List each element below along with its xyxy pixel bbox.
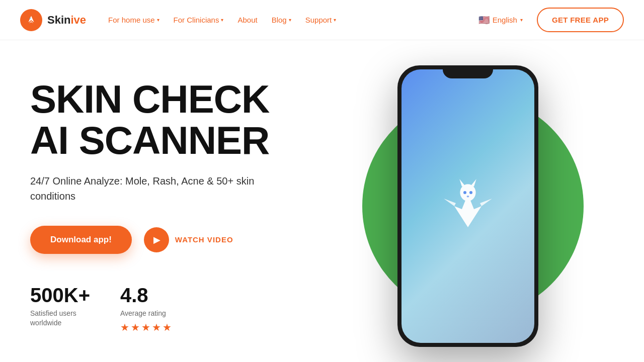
chevron-down-icon: ▾ bbox=[520, 17, 523, 23]
phone-outer bbox=[397, 65, 538, 347]
nav-item-support[interactable]: Support ▾ bbox=[299, 12, 343, 28]
stat-users-number: 500K+ bbox=[30, 284, 90, 307]
star-2: ★ bbox=[131, 321, 140, 333]
nav-item-clinicians[interactable]: For Clinicians ▾ bbox=[168, 12, 230, 28]
play-button[interactable]: ▶ bbox=[144, 227, 169, 252]
chevron-down-icon: ▾ bbox=[221, 17, 223, 23]
download-app-button[interactable]: Download app! bbox=[30, 226, 132, 254]
stat-rating: 4.8 Average rating ★ ★ ★ ★ ★ bbox=[120, 284, 172, 334]
flag-icon: 🇺🇸 bbox=[478, 15, 490, 26]
star-5-half: ★ bbox=[163, 321, 172, 333]
hero-heading: SKIN CHECK AI SCANNER bbox=[30, 79, 322, 161]
star-rating: ★ ★ ★ ★ ★ bbox=[120, 321, 172, 333]
navbar: Skinive For home use ▾ For Clinicians ▾ … bbox=[0, 0, 644, 40]
nav-item-blog[interactable]: Blog ▾ bbox=[266, 12, 297, 28]
nav-item-about[interactable]: About bbox=[231, 12, 263, 28]
star-3: ★ bbox=[141, 321, 150, 333]
phone-mockup bbox=[397, 65, 538, 347]
hero-actions: Download app! ▶ WATCH VIDEO bbox=[30, 226, 322, 254]
stat-rating-number: 4.8 bbox=[120, 284, 172, 307]
watch-label: WATCH VIDEO bbox=[175, 235, 233, 244]
svg-point-2 bbox=[460, 184, 475, 201]
logo[interactable]: Skinive bbox=[20, 9, 86, 31]
svg-point-3 bbox=[463, 191, 466, 194]
stat-users-label: Satisfied usersworldwide bbox=[30, 309, 90, 328]
svg-point-5 bbox=[467, 196, 469, 198]
logo-icon bbox=[20, 9, 42, 31]
stat-users: 500K+ Satisfied usersworldwide bbox=[30, 284, 90, 334]
svg-point-1 bbox=[30, 18, 31, 19]
stats-section: 500K+ Satisfied usersworldwide 4.8 Avera… bbox=[30, 284, 322, 334]
logo-text: Skinive bbox=[47, 14, 86, 27]
svg-point-4 bbox=[469, 191, 472, 194]
nav-right: 🇺🇸 English ▾ GET FREE APP bbox=[472, 8, 624, 32]
play-icon: ▶ bbox=[153, 234, 160, 245]
chevron-down-icon: ▾ bbox=[157, 17, 159, 23]
get-free-app-button[interactable]: GET FREE APP bbox=[537, 8, 624, 32]
watch-video-button[interactable]: ▶ WATCH VIDEO bbox=[144, 227, 233, 252]
nav-links: For home use ▾ For Clinicians ▾ About Bl… bbox=[102, 12, 472, 28]
app-logo-on-phone bbox=[438, 176, 498, 236]
stat-rating-label: Average rating bbox=[120, 309, 172, 319]
language-selector[interactable]: 🇺🇸 English ▾ bbox=[472, 11, 529, 30]
star-4: ★ bbox=[152, 321, 161, 333]
hero-section: SKIN CHECK AI SCANNER 24/7 Online Analyz… bbox=[0, 40, 644, 362]
hero-subtext: 24/7 Online Analyze: Mole, Rash, Acne & … bbox=[30, 173, 272, 204]
phone-notch bbox=[443, 65, 493, 78]
star-1: ★ bbox=[120, 321, 129, 333]
chevron-down-icon: ▾ bbox=[334, 17, 336, 23]
chevron-down-icon: ▾ bbox=[289, 17, 291, 23]
nav-item-home-use[interactable]: For home use ▾ bbox=[102, 12, 166, 28]
hero-right bbox=[322, 60, 614, 352]
hero-left: SKIN CHECK AI SCANNER 24/7 Online Analyz… bbox=[30, 79, 322, 333]
phone-screen bbox=[401, 69, 534, 343]
